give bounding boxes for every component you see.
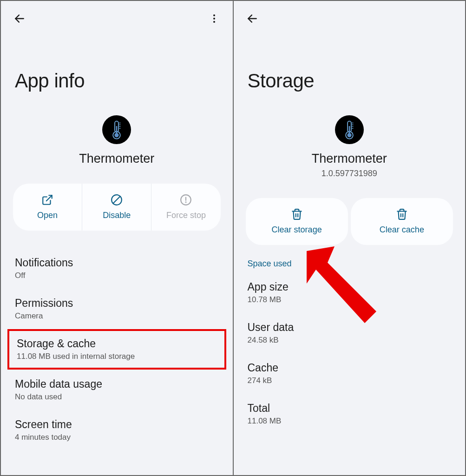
app-version: 1.0.597731989	[322, 169, 377, 178]
svg-point-3	[213, 21, 215, 23]
info-value: 24.58 kB	[248, 336, 452, 345]
info-value: 11.08 MB	[248, 416, 452, 426]
back-button[interactable]	[243, 9, 262, 28]
back-button[interactable]	[10, 9, 29, 28]
disable-button[interactable]: Disable	[82, 184, 151, 231]
space-used-header: Space used	[234, 245, 466, 272]
more-vert-icon	[209, 13, 220, 24]
user-data-item: User data 24.58 kB	[234, 313, 466, 353]
item-subtitle: Off	[15, 271, 219, 280]
clear-cache-label: Clear cache	[380, 225, 424, 235]
back-arrow-icon	[246, 13, 258, 25]
topbar	[234, 1, 466, 33]
trash-icon	[396, 208, 408, 220]
item-subtitle: 11.08 MB used in internal storage	[17, 352, 217, 361]
svg-rect-7	[116, 126, 118, 134]
app-name: Thermometer	[312, 152, 387, 166]
item-title: Screen time	[15, 418, 219, 431]
force-stop-button[interactable]: Force stop	[151, 184, 220, 231]
cache-item: Cache 274 kB	[234, 353, 466, 394]
svg-line-14	[113, 196, 120, 203]
thermometer-icon	[341, 120, 358, 139]
page-title: App info	[1, 33, 233, 106]
storage-buttons-row: Clear storage Clear cache	[246, 198, 453, 245]
info-label: User data	[248, 321, 452, 334]
item-title: Mobile data usage	[15, 378, 219, 390]
clear-storage-button[interactable]: Clear storage	[246, 198, 348, 245]
item-subtitle: Camera	[15, 311, 219, 321]
settings-list: Notifications Off Permissions Camera Sto…	[1, 239, 233, 460]
back-arrow-icon	[13, 13, 26, 25]
storage-screen: Storage Thermometer 1.0.597731989	[234, 1, 466, 475]
action-buttons-row: Open Disable Force stop	[13, 184, 221, 231]
item-title: Permissions	[15, 297, 219, 310]
app-name: Thermometer	[79, 152, 154, 166]
disable-label: Disable	[103, 211, 131, 220]
svg-point-17	[186, 202, 186, 202]
total-item: Total 11.08 MB	[234, 394, 466, 434]
clear-cache-button[interactable]: Clear cache	[351, 198, 453, 245]
item-title: Storage & cache	[17, 337, 217, 350]
permissions-item[interactable]: Permissions Camera	[1, 289, 233, 329]
open-label: Open	[37, 211, 58, 220]
force-stop-label: Force stop	[166, 211, 206, 220]
app-header: Thermometer	[1, 106, 233, 175]
info-value: 10.78 MB	[248, 295, 452, 304]
item-subtitle: No data used	[15, 392, 219, 402]
svg-rect-22	[348, 126, 350, 134]
notifications-item[interactable]: Notifications Off	[1, 248, 233, 289]
app-icon	[335, 115, 364, 144]
trash-icon	[291, 208, 303, 220]
app-icon	[102, 115, 131, 144]
clear-storage-label: Clear storage	[272, 225, 322, 235]
page-title: Storage	[234, 33, 466, 106]
svg-line-12	[46, 195, 52, 201]
force-stop-icon	[180, 194, 192, 206]
svg-point-2	[213, 18, 215, 20]
open-icon	[41, 194, 53, 206]
screen-time-item[interactable]: Screen time 4 minutes today	[1, 410, 233, 450]
storage-cache-item[interactable]: Storage & cache 11.08 MB used in interna…	[7, 329, 226, 370]
overflow-menu-button[interactable]	[205, 9, 223, 28]
item-subtitle: 4 minutes today	[15, 433, 219, 442]
item-title: Notifications	[15, 257, 219, 269]
info-value: 274 kB	[248, 376, 452, 385]
mobile-data-item[interactable]: Mobile data usage No data used	[1, 370, 233, 410]
open-button[interactable]: Open	[13, 184, 82, 231]
thermometer-icon	[108, 120, 125, 139]
app-header: Thermometer 1.0.597731989	[234, 106, 466, 188]
info-label: Total	[248, 402, 452, 415]
info-label: Cache	[248, 362, 452, 374]
app-info-screen: App info Thermometer Open	[1, 1, 234, 475]
app-size-item: App size 10.78 MB	[234, 272, 466, 313]
info-label: App size	[248, 281, 452, 293]
svg-point-1	[213, 14, 215, 16]
disable-icon	[111, 194, 123, 206]
topbar	[1, 1, 233, 33]
